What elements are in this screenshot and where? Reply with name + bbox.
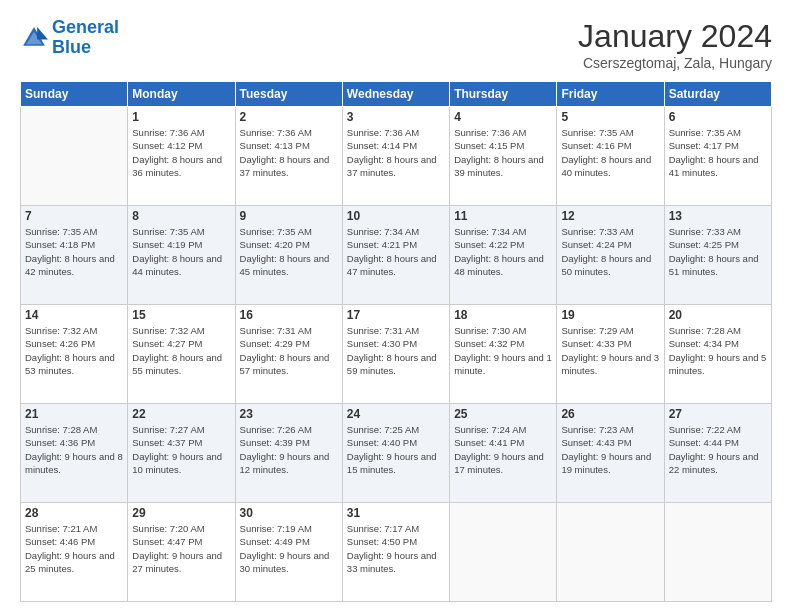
day-info: Sunrise: 7:23 AMSunset: 4:43 PMDaylight:… <box>561 423 659 476</box>
calendar-cell <box>450 503 557 602</box>
calendar-cell: 19Sunrise: 7:29 AMSunset: 4:33 PMDayligh… <box>557 305 664 404</box>
day-info: Sunrise: 7:24 AMSunset: 4:41 PMDaylight:… <box>454 423 552 476</box>
calendar-cell: 28Sunrise: 7:21 AMSunset: 4:46 PMDayligh… <box>21 503 128 602</box>
col-header-saturday: Saturday <box>664 82 771 107</box>
day-info: Sunrise: 7:32 AMSunset: 4:26 PMDaylight:… <box>25 324 123 377</box>
sunset-text: Sunset: 4:29 PM <box>240 337 338 350</box>
daylight-text: Daylight: 9 hours and 1 minute. <box>454 351 552 378</box>
day-info: Sunrise: 7:35 AMSunset: 4:16 PMDaylight:… <box>561 126 659 179</box>
daylight-text: Daylight: 8 hours and 59 minutes. <box>347 351 445 378</box>
day-info: Sunrise: 7:35 AMSunset: 4:20 PMDaylight:… <box>240 225 338 278</box>
calendar: SundayMondayTuesdayWednesdayThursdayFrid… <box>20 81 772 602</box>
day-info: Sunrise: 7:29 AMSunset: 4:33 PMDaylight:… <box>561 324 659 377</box>
daylight-text: Daylight: 8 hours and 57 minutes. <box>240 351 338 378</box>
sunrise-text: Sunrise: 7:36 AM <box>347 126 445 139</box>
sunrise-text: Sunrise: 7:23 AM <box>561 423 659 436</box>
sunrise-text: Sunrise: 7:32 AM <box>25 324 123 337</box>
sunset-text: Sunset: 4:21 PM <box>347 238 445 251</box>
sunset-text: Sunset: 4:25 PM <box>669 238 767 251</box>
week-row-4: 21Sunrise: 7:28 AMSunset: 4:36 PMDayligh… <box>21 404 772 503</box>
week-row-1: 1Sunrise: 7:36 AMSunset: 4:12 PMDaylight… <box>21 107 772 206</box>
daylight-text: Daylight: 9 hours and 15 minutes. <box>347 450 445 477</box>
day-info: Sunrise: 7:30 AMSunset: 4:32 PMDaylight:… <box>454 324 552 377</box>
calendar-cell: 12Sunrise: 7:33 AMSunset: 4:24 PMDayligh… <box>557 206 664 305</box>
sunrise-text: Sunrise: 7:29 AM <box>561 324 659 337</box>
day-info: Sunrise: 7:35 AMSunset: 4:17 PMDaylight:… <box>669 126 767 179</box>
daylight-text: Daylight: 8 hours and 39 minutes. <box>454 153 552 180</box>
col-header-thursday: Thursday <box>450 82 557 107</box>
calendar-cell: 6Sunrise: 7:35 AMSunset: 4:17 PMDaylight… <box>664 107 771 206</box>
col-header-wednesday: Wednesday <box>342 82 449 107</box>
sunrise-text: Sunrise: 7:33 AM <box>669 225 767 238</box>
sunset-text: Sunset: 4:41 PM <box>454 436 552 449</box>
sunrise-text: Sunrise: 7:20 AM <box>132 522 230 535</box>
sunrise-text: Sunrise: 7:33 AM <box>561 225 659 238</box>
calendar-cell: 25Sunrise: 7:24 AMSunset: 4:41 PMDayligh… <box>450 404 557 503</box>
day-number: 19 <box>561 308 659 322</box>
sunset-text: Sunset: 4:27 PM <box>132 337 230 350</box>
day-info: Sunrise: 7:32 AMSunset: 4:27 PMDaylight:… <box>132 324 230 377</box>
daylight-text: Daylight: 9 hours and 27 minutes. <box>132 549 230 576</box>
day-number: 7 <box>25 209 123 223</box>
daylight-text: Daylight: 9 hours and 12 minutes. <box>240 450 338 477</box>
day-info: Sunrise: 7:36 AMSunset: 4:14 PMDaylight:… <box>347 126 445 179</box>
calendar-cell: 31Sunrise: 7:17 AMSunset: 4:50 PMDayligh… <box>342 503 449 602</box>
sunset-text: Sunset: 4:46 PM <box>25 535 123 548</box>
sunrise-text: Sunrise: 7:25 AM <box>347 423 445 436</box>
sunset-text: Sunset: 4:33 PM <box>561 337 659 350</box>
sunrise-text: Sunrise: 7:35 AM <box>25 225 123 238</box>
day-info: Sunrise: 7:33 AMSunset: 4:25 PMDaylight:… <box>669 225 767 278</box>
day-number: 29 <box>132 506 230 520</box>
calendar-cell: 9Sunrise: 7:35 AMSunset: 4:20 PMDaylight… <box>235 206 342 305</box>
logo-line1: General <box>52 17 119 37</box>
calendar-cell: 30Sunrise: 7:19 AMSunset: 4:49 PMDayligh… <box>235 503 342 602</box>
sunrise-text: Sunrise: 7:21 AM <box>25 522 123 535</box>
logo-line2: Blue <box>52 37 91 57</box>
calendar-cell: 18Sunrise: 7:30 AMSunset: 4:32 PMDayligh… <box>450 305 557 404</box>
daylight-text: Daylight: 8 hours and 40 minutes. <box>561 153 659 180</box>
day-number: 25 <box>454 407 552 421</box>
daylight-text: Daylight: 8 hours and 37 minutes. <box>347 153 445 180</box>
sunset-text: Sunset: 4:26 PM <box>25 337 123 350</box>
day-number: 24 <box>347 407 445 421</box>
day-number: 10 <box>347 209 445 223</box>
day-number: 2 <box>240 110 338 124</box>
calendar-cell <box>664 503 771 602</box>
day-info: Sunrise: 7:17 AMSunset: 4:50 PMDaylight:… <box>347 522 445 575</box>
header: General Blue January 2024 Cserszegtomaj,… <box>20 18 772 71</box>
daylight-text: Daylight: 8 hours and 53 minutes. <box>25 351 123 378</box>
calendar-cell: 5Sunrise: 7:35 AMSunset: 4:16 PMDaylight… <box>557 107 664 206</box>
sunrise-text: Sunrise: 7:31 AM <box>347 324 445 337</box>
daylight-text: Daylight: 9 hours and 17 minutes. <box>454 450 552 477</box>
calendar-cell: 26Sunrise: 7:23 AMSunset: 4:43 PMDayligh… <box>557 404 664 503</box>
sunrise-text: Sunrise: 7:28 AM <box>669 324 767 337</box>
sunset-text: Sunset: 4:22 PM <box>454 238 552 251</box>
day-info: Sunrise: 7:36 AMSunset: 4:12 PMDaylight:… <box>132 126 230 179</box>
calendar-cell: 22Sunrise: 7:27 AMSunset: 4:37 PMDayligh… <box>128 404 235 503</box>
location: Cserszegtomaj, Zala, Hungary <box>578 55 772 71</box>
daylight-text: Daylight: 9 hours and 22 minutes. <box>669 450 767 477</box>
day-number: 9 <box>240 209 338 223</box>
daylight-text: Daylight: 8 hours and 50 minutes. <box>561 252 659 279</box>
sunrise-text: Sunrise: 7:26 AM <box>240 423 338 436</box>
col-header-friday: Friday <box>557 82 664 107</box>
sunrise-text: Sunrise: 7:28 AM <box>25 423 123 436</box>
sunrise-text: Sunrise: 7:24 AM <box>454 423 552 436</box>
calendar-cell: 15Sunrise: 7:32 AMSunset: 4:27 PMDayligh… <box>128 305 235 404</box>
calendar-cell: 11Sunrise: 7:34 AMSunset: 4:22 PMDayligh… <box>450 206 557 305</box>
day-number: 11 <box>454 209 552 223</box>
calendar-cell: 16Sunrise: 7:31 AMSunset: 4:29 PMDayligh… <box>235 305 342 404</box>
sunrise-text: Sunrise: 7:31 AM <box>240 324 338 337</box>
day-number: 31 <box>347 506 445 520</box>
sunset-text: Sunset: 4:50 PM <box>347 535 445 548</box>
day-info: Sunrise: 7:31 AMSunset: 4:29 PMDaylight:… <box>240 324 338 377</box>
sunset-text: Sunset: 4:19 PM <box>132 238 230 251</box>
calendar-cell: 27Sunrise: 7:22 AMSunset: 4:44 PMDayligh… <box>664 404 771 503</box>
daylight-text: Daylight: 8 hours and 36 minutes. <box>132 153 230 180</box>
sunrise-text: Sunrise: 7:36 AM <box>132 126 230 139</box>
day-info: Sunrise: 7:28 AMSunset: 4:36 PMDaylight:… <box>25 423 123 476</box>
sunset-text: Sunset: 4:16 PM <box>561 139 659 152</box>
daylight-text: Daylight: 9 hours and 30 minutes. <box>240 549 338 576</box>
calendar-cell: 7Sunrise: 7:35 AMSunset: 4:18 PMDaylight… <box>21 206 128 305</box>
calendar-cell: 2Sunrise: 7:36 AMSunset: 4:13 PMDaylight… <box>235 107 342 206</box>
